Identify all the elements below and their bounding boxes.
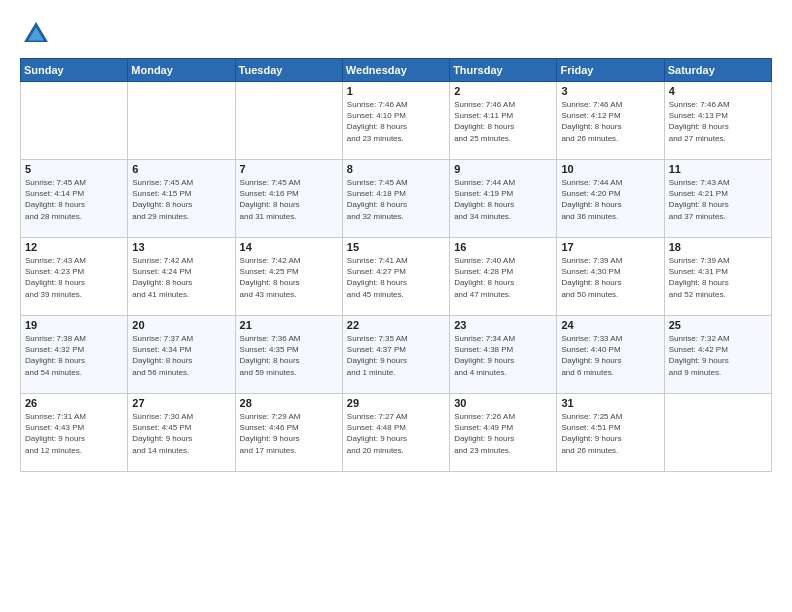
day-cell: 17Sunrise: 7:39 AM Sunset: 4:30 PM Dayli… [557,238,664,316]
day-number: 14 [240,241,338,253]
day-number: 1 [347,85,445,97]
weekday-tuesday: Tuesday [235,59,342,82]
day-cell: 21Sunrise: 7:36 AM Sunset: 4:35 PM Dayli… [235,316,342,394]
day-info: Sunrise: 7:41 AM Sunset: 4:27 PM Dayligh… [347,255,445,300]
day-info: Sunrise: 7:35 AM Sunset: 4:37 PM Dayligh… [347,333,445,378]
day-info: Sunrise: 7:40 AM Sunset: 4:28 PM Dayligh… [454,255,552,300]
day-cell: 10Sunrise: 7:44 AM Sunset: 4:20 PM Dayli… [557,160,664,238]
weekday-sunday: Sunday [21,59,128,82]
day-number: 30 [454,397,552,409]
day-info: Sunrise: 7:45 AM Sunset: 4:15 PM Dayligh… [132,177,230,222]
day-cell [664,394,771,472]
day-cell: 14Sunrise: 7:42 AM Sunset: 4:25 PM Dayli… [235,238,342,316]
day-number: 20 [132,319,230,331]
weekday-monday: Monday [128,59,235,82]
day-cell: 29Sunrise: 7:27 AM Sunset: 4:48 PM Dayli… [342,394,449,472]
day-info: Sunrise: 7:34 AM Sunset: 4:38 PM Dayligh… [454,333,552,378]
weekday-wednesday: Wednesday [342,59,449,82]
day-cell: 31Sunrise: 7:25 AM Sunset: 4:51 PM Dayli… [557,394,664,472]
week-row-4: 19Sunrise: 7:38 AM Sunset: 4:32 PM Dayli… [21,316,772,394]
calendar-table: SundayMondayTuesdayWednesdayThursdayFrid… [20,58,772,472]
day-number: 9 [454,163,552,175]
day-number: 31 [561,397,659,409]
day-info: Sunrise: 7:37 AM Sunset: 4:34 PM Dayligh… [132,333,230,378]
day-number: 13 [132,241,230,253]
day-cell: 3Sunrise: 7:46 AM Sunset: 4:12 PM Daylig… [557,82,664,160]
day-cell: 18Sunrise: 7:39 AM Sunset: 4:31 PM Dayli… [664,238,771,316]
day-cell: 16Sunrise: 7:40 AM Sunset: 4:28 PM Dayli… [450,238,557,316]
week-row-5: 26Sunrise: 7:31 AM Sunset: 4:43 PM Dayli… [21,394,772,472]
weekday-header-row: SundayMondayTuesdayWednesdayThursdayFrid… [21,59,772,82]
day-number: 6 [132,163,230,175]
day-number: 24 [561,319,659,331]
day-cell: 2Sunrise: 7:46 AM Sunset: 4:11 PM Daylig… [450,82,557,160]
day-info: Sunrise: 7:45 AM Sunset: 4:16 PM Dayligh… [240,177,338,222]
day-cell: 7Sunrise: 7:45 AM Sunset: 4:16 PM Daylig… [235,160,342,238]
day-cell: 26Sunrise: 7:31 AM Sunset: 4:43 PM Dayli… [21,394,128,472]
weekday-saturday: Saturday [664,59,771,82]
logo-icon [20,18,52,50]
day-number: 8 [347,163,445,175]
day-number: 26 [25,397,123,409]
day-cell: 28Sunrise: 7:29 AM Sunset: 4:46 PM Dayli… [235,394,342,472]
day-info: Sunrise: 7:46 AM Sunset: 4:10 PM Dayligh… [347,99,445,144]
day-cell: 22Sunrise: 7:35 AM Sunset: 4:37 PM Dayli… [342,316,449,394]
weekday-thursday: Thursday [450,59,557,82]
day-number: 7 [240,163,338,175]
weekday-friday: Friday [557,59,664,82]
day-number: 25 [669,319,767,331]
day-info: Sunrise: 7:46 AM Sunset: 4:13 PM Dayligh… [669,99,767,144]
day-cell [235,82,342,160]
day-cell [128,82,235,160]
day-cell: 4Sunrise: 7:46 AM Sunset: 4:13 PM Daylig… [664,82,771,160]
header [20,18,772,50]
day-number: 2 [454,85,552,97]
day-cell: 13Sunrise: 7:42 AM Sunset: 4:24 PM Dayli… [128,238,235,316]
day-cell: 9Sunrise: 7:44 AM Sunset: 4:19 PM Daylig… [450,160,557,238]
day-number: 3 [561,85,659,97]
day-cell [21,82,128,160]
day-cell: 24Sunrise: 7:33 AM Sunset: 4:40 PM Dayli… [557,316,664,394]
day-info: Sunrise: 7:25 AM Sunset: 4:51 PM Dayligh… [561,411,659,456]
logo [20,18,56,50]
day-info: Sunrise: 7:33 AM Sunset: 4:40 PM Dayligh… [561,333,659,378]
day-info: Sunrise: 7:43 AM Sunset: 4:21 PM Dayligh… [669,177,767,222]
day-info: Sunrise: 7:27 AM Sunset: 4:48 PM Dayligh… [347,411,445,456]
day-info: Sunrise: 7:43 AM Sunset: 4:23 PM Dayligh… [25,255,123,300]
day-info: Sunrise: 7:32 AM Sunset: 4:42 PM Dayligh… [669,333,767,378]
day-cell: 11Sunrise: 7:43 AM Sunset: 4:21 PM Dayli… [664,160,771,238]
day-number: 27 [132,397,230,409]
day-number: 19 [25,319,123,331]
day-cell: 15Sunrise: 7:41 AM Sunset: 4:27 PM Dayli… [342,238,449,316]
day-number: 12 [25,241,123,253]
day-cell: 12Sunrise: 7:43 AM Sunset: 4:23 PM Dayli… [21,238,128,316]
week-row-2: 5Sunrise: 7:45 AM Sunset: 4:14 PM Daylig… [21,160,772,238]
day-number: 10 [561,163,659,175]
day-cell: 8Sunrise: 7:45 AM Sunset: 4:18 PM Daylig… [342,160,449,238]
day-cell: 1Sunrise: 7:46 AM Sunset: 4:10 PM Daylig… [342,82,449,160]
day-cell: 6Sunrise: 7:45 AM Sunset: 4:15 PM Daylig… [128,160,235,238]
day-info: Sunrise: 7:30 AM Sunset: 4:45 PM Dayligh… [132,411,230,456]
day-info: Sunrise: 7:31 AM Sunset: 4:43 PM Dayligh… [25,411,123,456]
day-info: Sunrise: 7:46 AM Sunset: 4:12 PM Dayligh… [561,99,659,144]
day-number: 18 [669,241,767,253]
week-row-3: 12Sunrise: 7:43 AM Sunset: 4:23 PM Dayli… [21,238,772,316]
day-info: Sunrise: 7:29 AM Sunset: 4:46 PM Dayligh… [240,411,338,456]
day-number: 28 [240,397,338,409]
day-number: 17 [561,241,659,253]
day-number: 4 [669,85,767,97]
day-info: Sunrise: 7:42 AM Sunset: 4:24 PM Dayligh… [132,255,230,300]
day-number: 22 [347,319,445,331]
day-number: 23 [454,319,552,331]
day-info: Sunrise: 7:45 AM Sunset: 4:18 PM Dayligh… [347,177,445,222]
day-info: Sunrise: 7:39 AM Sunset: 4:31 PM Dayligh… [669,255,767,300]
day-number: 29 [347,397,445,409]
day-info: Sunrise: 7:36 AM Sunset: 4:35 PM Dayligh… [240,333,338,378]
day-cell: 30Sunrise: 7:26 AM Sunset: 4:49 PM Dayli… [450,394,557,472]
day-info: Sunrise: 7:44 AM Sunset: 4:19 PM Dayligh… [454,177,552,222]
day-info: Sunrise: 7:39 AM Sunset: 4:30 PM Dayligh… [561,255,659,300]
day-cell: 20Sunrise: 7:37 AM Sunset: 4:34 PM Dayli… [128,316,235,394]
day-cell: 25Sunrise: 7:32 AM Sunset: 4:42 PM Dayli… [664,316,771,394]
day-number: 15 [347,241,445,253]
day-number: 16 [454,241,552,253]
